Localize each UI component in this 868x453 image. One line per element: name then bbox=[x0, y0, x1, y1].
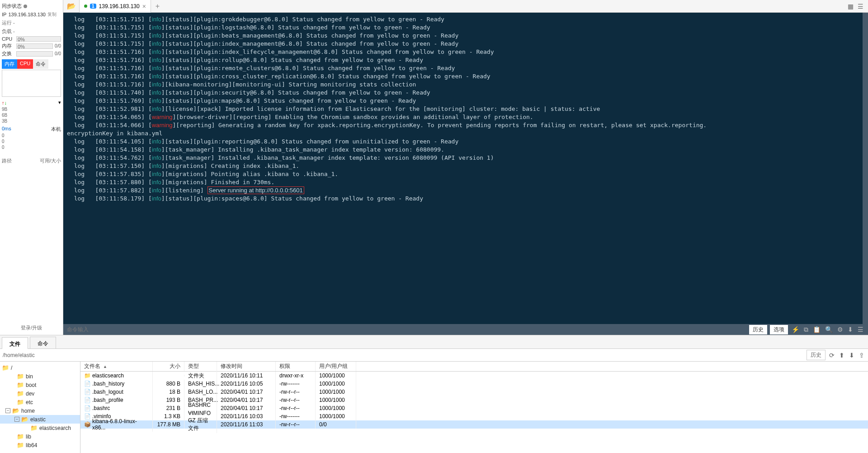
tab-files[interactable]: 文件 bbox=[2, 337, 28, 349]
archive-icon: 📦 bbox=[84, 421, 90, 428]
paste-icon[interactable]: 📋 bbox=[812, 326, 821, 333]
col-size[interactable]: 大小 bbox=[153, 362, 184, 371]
tab-number-badge: 1 bbox=[90, 4, 96, 9]
terminal-output[interactable]: log [03:11:51.715] [info][status][plugin… bbox=[63, 13, 868, 324]
add-tab-button[interactable]: + bbox=[151, 2, 164, 10]
lightning-icon[interactable]: ⚡ bbox=[791, 326, 800, 333]
file-tree[interactable]: 📁/📁bin📁boot📁dev📁etc−📂home−📂elastic📁elast… bbox=[0, 362, 80, 453]
tree-item-bin[interactable]: 📁bin bbox=[0, 372, 80, 381]
folder-icon: 📁 bbox=[84, 372, 90, 379]
search-icon[interactable]: 🔍 bbox=[824, 326, 834, 333]
latency-row: 0ms 本机 bbox=[2, 126, 61, 133]
tree-item-dev[interactable]: 📁dev bbox=[0, 389, 80, 398]
share-icon[interactable]: ⇪ bbox=[858, 352, 865, 359]
status-dot-icon bbox=[24, 5, 27, 8]
col-perm[interactable]: 权限 bbox=[276, 362, 316, 371]
tree-item-home[interactable]: −📂home bbox=[0, 406, 80, 415]
download-icon: ↓ bbox=[5, 100, 7, 105]
cpu-row: CPU 0% bbox=[2, 36, 61, 42]
swap-row: 交换 0/0 bbox=[2, 50, 61, 57]
path-row: /home/elastic 历史 ⟳ ⬆ ⬇ ⇪ bbox=[0, 349, 868, 362]
mem-row: 内存 0% 0/0 bbox=[2, 42, 61, 50]
folder-open-icon[interactable]: 📂 bbox=[63, 0, 80, 13]
bottom-tabs: 文件 命令 bbox=[0, 335, 868, 349]
upload-icon[interactable]: ⬆ bbox=[838, 352, 845, 359]
grid-view-icon[interactable]: ▦ bbox=[846, 2, 854, 10]
tree-item-etc[interactable]: 📁etc bbox=[0, 398, 80, 406]
file-icon: 📄 bbox=[84, 389, 90, 395]
ip-row: IP 139.196.183.130 复制 bbox=[2, 10, 61, 19]
tab-bar: 📂 1 139.196.183.130 × + ▦ ☰ bbox=[63, 0, 868, 13]
metric-tabs: 内存 CPU 命令 bbox=[2, 59, 61, 69]
file-row[interactable]: 📄.bash_logout 18 B BASH_LO... 2020/04/01… bbox=[80, 388, 868, 396]
col-name[interactable]: 文件名▲ bbox=[80, 362, 153, 371]
refresh-icon[interactable]: ⟳ bbox=[828, 352, 835, 359]
history-button[interactable]: 历史 bbox=[749, 325, 767, 334]
col-mtime[interactable]: 修改时间 bbox=[217, 362, 276, 371]
download-icon[interactable]: ⬇ bbox=[848, 352, 855, 359]
options-button[interactable]: 选项 bbox=[770, 325, 788, 334]
tab-commands[interactable]: 命令 bbox=[30, 337, 56, 348]
zero-values: 0 0 0 bbox=[2, 133, 61, 150]
copy-icon[interactable]: ⧉ bbox=[803, 326, 809, 334]
col-owner[interactable]: 用户/用户组 bbox=[316, 362, 356, 371]
disk-header: 路径 可用/大小 bbox=[2, 157, 61, 164]
tab-title: 139.196.183.130 bbox=[99, 3, 140, 10]
file-row[interactable]: 📦kibana-6.8.0-linux-x86... 177.8 MB GZ 压… bbox=[80, 420, 868, 429]
file-icon: 📄 bbox=[84, 405, 90, 411]
scrollbar[interactable] bbox=[863, 13, 868, 324]
caret-down-icon[interactable]: ▾ bbox=[58, 100, 61, 105]
metric-chart bbox=[2, 70, 61, 97]
net-values: 9B 6B 3B bbox=[2, 106, 61, 124]
sync-status: 同步状态 bbox=[2, 2, 61, 10]
file-icon: 📄 bbox=[84, 381, 90, 387]
tree-item-boot[interactable]: 📁boot bbox=[0, 381, 80, 389]
col-type[interactable]: 类型 bbox=[184, 362, 217, 371]
gear-icon[interactable]: ⚙ bbox=[836, 326, 844, 333]
sort-asc-icon: ▲ bbox=[103, 364, 107, 369]
path-history-button[interactable]: 历史 bbox=[807, 350, 826, 360]
file-icon: 📄 bbox=[84, 397, 90, 403]
tab-command[interactable]: 命令 bbox=[33, 59, 48, 69]
path-text[interactable]: /home/elastic bbox=[3, 352, 804, 358]
run-row: 运行 - bbox=[2, 19, 61, 27]
login-link[interactable]: 登录/升级 bbox=[2, 323, 61, 333]
copy-button[interactable]: 复制 bbox=[47, 11, 57, 18]
tab-cpu[interactable]: CPU bbox=[17, 59, 33, 69]
menu-icon[interactable]: ☰ bbox=[857, 326, 864, 333]
list-view-icon[interactable]: ☰ bbox=[856, 2, 864, 10]
file-row[interactable]: 📄.bash_history 880 B BASH_HIS... 2020/11… bbox=[80, 380, 868, 388]
session-tab[interactable]: 1 139.196.183.130 × bbox=[80, 0, 151, 13]
file-list: 文件名▲ 大小 类型 修改时间 权限 用户/用户组 📁elasticsearch… bbox=[80, 362, 868, 453]
command-bar: 历史 选项 ⚡ ⧉ 📋 🔍 ⚙ ⬇ ☰ bbox=[63, 324, 868, 335]
file-list-header: 文件名▲ 大小 类型 修改时间 权限 用户/用户组 bbox=[80, 362, 868, 372]
sidebar: 同步状态 IP 139.196.183.130 复制 运行 - 负载 - CPU… bbox=[0, 0, 63, 335]
tree-item-lib64[interactable]: 📁lib64 bbox=[0, 441, 80, 449]
load-row: 负载 - bbox=[2, 27, 61, 36]
tree-root[interactable]: 📁/ bbox=[0, 363, 80, 372]
tab-memory[interactable]: 内存 bbox=[2, 59, 17, 69]
tree-item-lib[interactable]: 📁lib bbox=[0, 432, 80, 441]
close-icon[interactable]: × bbox=[142, 3, 146, 10]
file-row[interactable]: 📁elasticsearch 文件夹 2020/11/16 10:11 drwx… bbox=[80, 372, 868, 380]
tree-item-elasticsearch[interactable]: 📁elasticsearch bbox=[0, 424, 80, 432]
command-input[interactable] bbox=[67, 326, 746, 333]
tree-item-elastic[interactable]: −📂elastic bbox=[0, 415, 80, 424]
status-dot-icon bbox=[84, 5, 87, 8]
net-row: ↑ ↓ ▾ bbox=[2, 99, 61, 106]
download-icon[interactable]: ⬇ bbox=[847, 326, 854, 333]
